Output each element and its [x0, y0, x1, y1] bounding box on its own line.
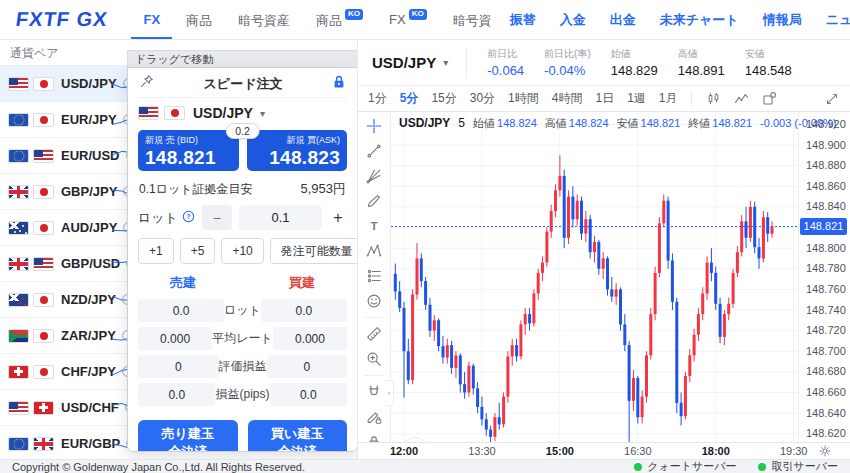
lock-all-icon[interactable] — [362, 431, 386, 442]
nav-link-withdraw[interactable]: 出金 — [610, 11, 636, 29]
nav-tab-fx-ko[interactable]: FXKO — [389, 0, 427, 39]
timeframe-7[interactable]: 1週 — [627, 90, 646, 107]
timeframe-toolbar: 1分5分15分30分1時間4時間1日1週1月 — [358, 86, 850, 112]
time-tick: 13:30 — [468, 445, 496, 457]
nav-link-transfer[interactable]: 振替 — [510, 11, 536, 29]
time-axis[interactable]: 12:0013:3015:0016:3018:0019:30 — [358, 442, 850, 459]
quote-server-status: クォートサーバー — [634, 459, 736, 473]
xabcd-pattern-icon[interactable] — [362, 240, 386, 262]
lot-increase-button[interactable]: + — [329, 209, 347, 227]
buy-value-cell: 0.000 — [273, 327, 347, 350]
nav-link-deposit[interactable]: 入金 — [560, 11, 586, 29]
timeframe-3[interactable]: 30分 — [470, 90, 495, 107]
brush-icon[interactable] — [362, 190, 386, 212]
chart-pair-selector[interactable]: USD/JPY ▾ — [372, 48, 467, 78]
price-tick: 148.740 — [806, 304, 846, 316]
speed-order-body: スピード注文 USD/JPY ▾ 0.2 新規 売 (BID) 148.821 — [127, 67, 358, 452]
eu-flag-icon — [8, 149, 29, 163]
nav-tab-commodities-ko[interactable]: 商品KO — [316, 0, 363, 39]
time-tick: 19:30 — [780, 445, 808, 457]
sell-value-cell: 0.0 — [138, 299, 224, 322]
timeframe-2[interactable]: 15分 — [431, 90, 456, 107]
position-row: 0.0損益(pips)0.0 — [138, 383, 347, 406]
nz-flag-icon — [8, 293, 29, 307]
app-logo[interactable]: FXTF GX — [14, 8, 109, 31]
drawing-edit-lock-icon[interactable] — [362, 406, 386, 428]
timeframe-6[interactable]: 1日 — [595, 90, 614, 107]
emoji-icon[interactable] — [362, 290, 386, 312]
sell-value-cell: 0 — [138, 355, 219, 378]
fib-fan-icon[interactable] — [362, 165, 386, 187]
lot-input[interactable]: 0.1 — [239, 205, 322, 230]
pair-flags — [8, 149, 54, 163]
nav-link-future-chart[interactable]: 未来チャート — [660, 11, 739, 29]
ruler-icon[interactable] — [362, 323, 386, 345]
chart-plot-area[interactable]: USD/JPY5 始値148.824 高値148.824 安値148.821 終… — [391, 112, 798, 442]
green-status-dot — [758, 463, 766, 471]
price-axis[interactable]: 148.821 148.920148.900148.880148.860148.… — [798, 112, 850, 442]
fullscreen-icon[interactable] — [824, 91, 840, 107]
indicators-icon[interactable] — [733, 90, 750, 107]
nav-tab-crypto-short[interactable]: 暗号資 — [453, 0, 492, 39]
add-10-lot-button[interactable]: +10 — [221, 238, 263, 264]
currency-pair-panel: 通貨ペア USD/JPYEUR/JPYEUR/USDGBP/JPYAUD/JPY… — [0, 40, 358, 459]
timeframe-4[interactable]: 1時間 — [508, 90, 539, 107]
pair-selector[interactable]: USD/JPY ▾ — [138, 105, 347, 121]
stat-open: 始値148.829 — [611, 47, 658, 78]
magnet-icon[interactable] — [362, 381, 386, 403]
candles-style-icon[interactable] — [705, 90, 722, 107]
crosshair-icon[interactable] — [362, 115, 386, 137]
zoom-in-icon[interactable] — [362, 348, 386, 370]
drag-handle[interactable]: ドラッグで移動 — [127, 50, 358, 67]
nav-tab-commodities[interactable]: 商品 — [186, 0, 212, 39]
jp-flag-icon — [33, 329, 54, 343]
close-all-buy-button[interactable]: 買い建玉 全決済 — [248, 420, 348, 452]
lot-decrease-button[interactable]: − — [202, 205, 232, 230]
pair-flags — [8, 257, 54, 271]
buy-ask-button[interactable]: 新規 買(ASK) 148.823 — [247, 130, 348, 171]
eu-flag-icon — [8, 113, 29, 127]
jp-flag-icon — [33, 185, 54, 199]
settings-gear-icon[interactable] — [818, 444, 832, 460]
stat-low: 安値148.548 — [745, 47, 792, 78]
text-icon[interactable]: T — [362, 215, 386, 237]
nav-link-info-station[interactable]: 情報局 — [763, 11, 802, 29]
timeframe-8[interactable]: 1月 — [659, 90, 678, 107]
stat-high: 高値148.891 — [678, 47, 725, 78]
price-tick: 148.780 — [806, 262, 846, 274]
pin-icon[interactable] — [138, 73, 155, 94]
timeframe-1[interactable]: 5分 — [400, 90, 419, 107]
timeframe-0[interactable]: 1分 — [368, 90, 387, 107]
pair-flags — [8, 113, 54, 127]
copyright-text: Copyright © Goldenway Japan Co.,Ltd. All… — [12, 461, 305, 473]
sell-bid-button[interactable]: 新規 売 (BID) 148.821 — [138, 130, 239, 171]
sell-position-header: 売建 — [138, 274, 228, 292]
pair-label: EUR/USD — [61, 148, 120, 163]
trend-line-icon[interactable] — [362, 140, 386, 162]
toolbar-collapse-handle[interactable]: ‹ — [385, 380, 394, 406]
nav-link-news[interactable]: ニュース — [826, 11, 850, 29]
position-row: 0評価損益0 — [138, 355, 347, 378]
compare-icon[interactable] — [761, 90, 778, 107]
current-price-badge: 148.821 — [800, 218, 847, 235]
add-1-lot-button[interactable]: +1 — [138, 238, 174, 264]
forecast-icon[interactable] — [362, 265, 386, 287]
jp-flag-icon — [164, 106, 185, 120]
gb-flag-icon — [8, 185, 29, 199]
close-all-sell-button[interactable]: 売り建玉 全決済 — [138, 420, 238, 452]
position-row: 0.0ロット0.0 — [138, 299, 347, 322]
pair-label: CHF/JPY — [61, 364, 116, 379]
green-status-dot — [634, 463, 642, 471]
nav-tab-fx[interactable]: FX — [143, 0, 160, 39]
chevron-down-icon: ▾ — [260, 108, 265, 119]
lock-icon[interactable] — [331, 74, 347, 94]
help-icon[interactable]: ? — [182, 210, 195, 226]
buy-value-cell: 0.0 — [261, 299, 347, 322]
pair-flags — [8, 77, 54, 91]
available-quantity-button[interactable]: 発注可能数量 — [270, 238, 358, 264]
nav-tab-crypto[interactable]: 暗号資産 — [238, 0, 290, 39]
timeframe-5[interactable]: 4時間 — [552, 90, 583, 107]
nav-links: 振替入金出金未来チャート情報局ニュース — [510, 11, 850, 29]
add-5-lot-button[interactable]: +5 — [180, 238, 216, 264]
pair-flags — [8, 329, 54, 343]
